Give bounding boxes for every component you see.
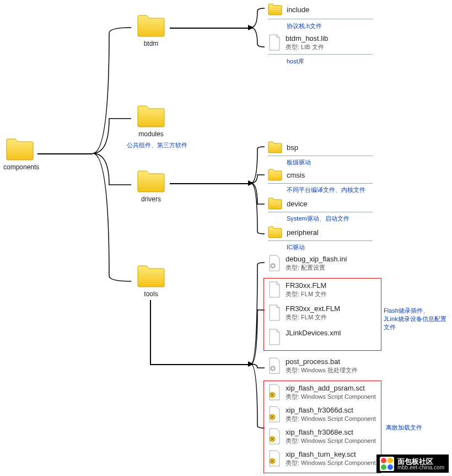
folder-icon (137, 14, 165, 38)
gear-icon (268, 357, 281, 374)
folder-icon (268, 197, 282, 210)
file-fr30xx-flm: FR30xx.FLM类型: FLM 文件 (268, 281, 327, 298)
file-btdm-host-lib: btdm_host.lib 类型: LIB 文件 (268, 34, 328, 51)
file-name: FR30xx_ext.FLM (286, 304, 340, 313)
folder-components: components (3, 138, 36, 171)
script-icon (268, 428, 281, 445)
label: device (287, 200, 308, 208)
gear-icon (268, 255, 281, 271)
file-type: 类型: LIB 文件 (286, 43, 328, 51)
brand-logo-icon (380, 457, 394, 471)
file-name: FR30xx.FLM (286, 281, 327, 290)
folder-include: include (268, 3, 309, 15)
file-type: 类型: Windows Script Component (286, 415, 376, 423)
folder-icon (268, 3, 282, 15)
bracket-btdm (251, 6, 267, 55)
note-peripheral: IC驱动 (287, 243, 305, 252)
file-icon (268, 34, 281, 51)
folder-icon (137, 170, 165, 193)
note-cmsis: 不同平台编译文件、内核文件 (287, 186, 365, 194)
file-icon (268, 304, 281, 321)
file-sct-4: xip_flash_turn_key.sct类型: Windows Script… (268, 450, 376, 467)
file-name: JLinkDevices.xml (286, 329, 341, 338)
folder-modules: modules (134, 105, 168, 138)
folder-tools: tools (134, 265, 168, 298)
file-type: 类型: FLM 文件 (286, 290, 327, 298)
label: include (287, 6, 309, 14)
file-name: xip_flash_fr3068e.sct (286, 428, 376, 437)
brand-url: mbb.eet-china.com (397, 465, 444, 470)
folder-icon (268, 141, 282, 153)
label: btdm (134, 40, 168, 47)
folder-drivers: drivers (134, 170, 168, 203)
note-modules: 公共组件、第三方软件 (127, 141, 187, 149)
file-name: debug_xip_flash.ini (286, 255, 347, 264)
label: cmsis (287, 171, 305, 179)
folder-icon (268, 226, 282, 238)
folder-icon (137, 105, 165, 128)
note-device: System驱动、启动文件 (287, 215, 349, 223)
label: peripheral (287, 228, 319, 237)
file-sct-3: xip_flash_fr3068e.sct类型: Windows Script … (268, 428, 376, 445)
diagram-canvas: components btdm modules 公共组件、第三方软件 drive… (0, 0, 452, 476)
file-type: 类型: Windows Script Component (286, 393, 376, 401)
file-name: btdm_host.lib (286, 34, 328, 43)
note-bsp: 板级驱动 (287, 158, 311, 167)
file-post-process-bat: post_process.bat类型: Windows 批处理文件 (268, 357, 358, 375)
file-icon (268, 281, 281, 298)
file-fr30xx-ext-flm: FR30xx_ext.FLM类型: FLM 文件 (268, 304, 340, 322)
file-type: 类型: Windows Script Component (286, 437, 376, 445)
file-name: xip_flash_fr3066d.sct (286, 406, 376, 415)
folder-icon (268, 169, 282, 181)
file-name: post_process.bat (286, 357, 358, 366)
label: drivers (134, 195, 168, 203)
file-type: 类型: FLM 文件 (286, 313, 340, 322)
file-sct-2: xip_flash_fr3066d.sct类型: Windows Script … (268, 406, 376, 423)
folder-device: device (268, 197, 308, 210)
script-icon (268, 384, 281, 400)
file-sct-1: xip_flash_add_psram.sct类型: Windows Scrip… (268, 384, 376, 401)
label: components (3, 163, 36, 171)
folder-cmsis: cmsis (268, 169, 305, 181)
bracket-drivers (251, 145, 267, 249)
file-type: 类型: Windows 批处理文件 (286, 366, 358, 375)
file-debug-ini: debug_xip_flash.ini 类型: 配置设置 (268, 255, 347, 272)
note-hostlib: host库 (287, 57, 304, 66)
file-type: 类型: Windows Script Component (286, 459, 376, 467)
script-icon (268, 406, 281, 422)
note-box1: Flash烧录插件、 JLink烧录设备信息配置文件 (384, 307, 450, 331)
watermark-brand: 面包板社区mbb.eet-china.com (376, 454, 449, 473)
folder-icon (137, 265, 165, 288)
bracket-root (93, 22, 137, 298)
label: tools (134, 290, 168, 298)
script-icon (268, 450, 281, 467)
brand-title: 面包板社区 (397, 458, 444, 465)
file-type: 类型: 配置设置 (286, 264, 347, 272)
file-name: xip_flash_turn_key.sct (286, 450, 376, 459)
folder-icon (6, 138, 34, 161)
label: bsp (287, 143, 298, 152)
folder-btdm: btdm (134, 14, 168, 47)
label: modules (134, 130, 168, 138)
note-include: 协议栈.h文件 (287, 22, 322, 30)
file-name: xip_flash_add_psram.sct (286, 384, 376, 393)
file-jlinkdevices-xml: JLinkDevices.xml (268, 329, 341, 345)
folder-bsp: bsp (268, 141, 298, 153)
file-icon (268, 329, 281, 345)
note-box2: 离散加载文件 (386, 424, 422, 432)
folder-peripheral: peripheral (268, 226, 319, 238)
